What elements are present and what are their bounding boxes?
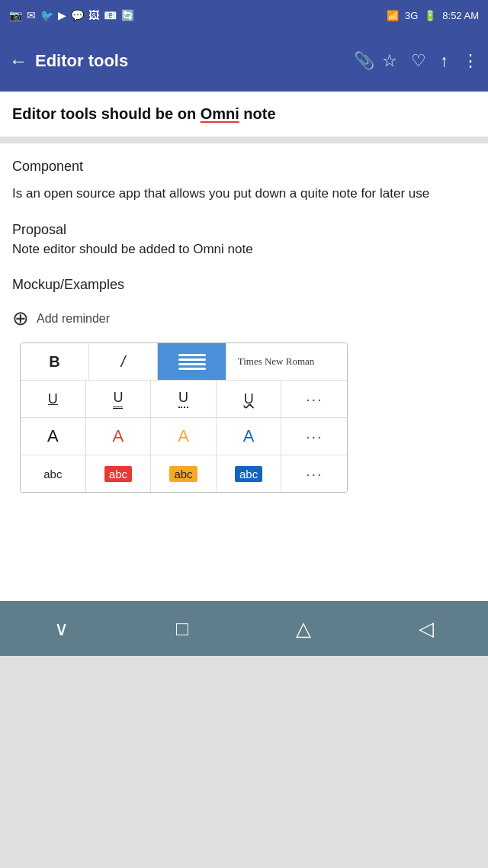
status-icons: 📷 ✉ 🐦 ▶ 💬 🖼 📧 🔄 bbox=[9, 9, 134, 21]
align-line-1 bbox=[178, 354, 206, 356]
font-selector[interactable]: Times New Roman bbox=[226, 343, 326, 380]
highlight-red-button[interactable]: abc bbox=[86, 455, 152, 492]
component-text: Is an open source app that allows you pu… bbox=[12, 184, 476, 204]
proposal-label: Proposal bbox=[12, 222, 476, 238]
note-title-link[interactable]: Omni bbox=[201, 105, 239, 122]
underline-double-icon: U bbox=[113, 390, 123, 409]
proposal-link[interactable]: Omni bbox=[193, 242, 224, 256]
battery-icon: 🔋 bbox=[424, 10, 436, 21]
underline-wavy-button[interactable]: U bbox=[217, 381, 282, 417]
abc-plain-icon: abc bbox=[43, 468, 62, 481]
email-icon: 📧 bbox=[104, 9, 117, 21]
star-button[interactable]: ☆ bbox=[382, 51, 397, 71]
twitter-icon: 🐦 bbox=[40, 9, 53, 21]
align-line-3 bbox=[178, 363, 206, 365]
bold-button[interactable]: B bbox=[21, 343, 89, 380]
text-color-yellow-button[interactable]: A bbox=[151, 418, 217, 455]
highlight-yellow-button[interactable]: abc bbox=[151, 455, 217, 492]
text-color-black-button[interactable]: A bbox=[21, 418, 86, 455]
status-bar: 📷 ✉ 🐦 ▶ 💬 🖼 📧 🔄 📶 3G 🔋 8:52 AM bbox=[0, 0, 488, 31]
align-button[interactable] bbox=[158, 343, 226, 380]
mockup-label: Mockup/Examples bbox=[12, 277, 476, 293]
nav-down-button[interactable]: ∨ bbox=[54, 617, 69, 641]
toolbar-row-3: A A A A ··· bbox=[21, 418, 347, 455]
underline-double-button[interactable]: U bbox=[86, 381, 152, 417]
time-display: 8:52 AM bbox=[442, 10, 479, 21]
back-button[interactable]: ← bbox=[9, 50, 27, 72]
attachment-icon[interactable]: 📎 bbox=[354, 51, 374, 71]
heart-button[interactable]: ♡ bbox=[411, 51, 426, 71]
note-title-text-after: note bbox=[239, 105, 276, 122]
network-type: 3G bbox=[405, 10, 418, 21]
underline-dotted-button[interactable]: U bbox=[151, 381, 217, 417]
note-body: Component Is an open source app that all… bbox=[0, 143, 488, 601]
highlight-none-button[interactable]: abc bbox=[21, 455, 86, 492]
share-button[interactable]: ↑ bbox=[440, 51, 448, 71]
nav-back-button[interactable]: ◁ bbox=[419, 617, 434, 641]
more-menu-button[interactable]: ⋮ bbox=[462, 51, 479, 71]
underline-dotted-icon: U bbox=[178, 390, 188, 408]
note-title-section: Editor tools should be on Omni note bbox=[0, 92, 488, 137]
reminder-text[interactable]: Add reminder bbox=[37, 312, 110, 326]
signal-icon: 📶 bbox=[387, 10, 399, 21]
abc-blue-icon: abc bbox=[235, 466, 262, 482]
align-line-4 bbox=[178, 368, 206, 370]
note-title: Editor tools should be on Omni note bbox=[12, 105, 476, 123]
underline-wavy-icon: U bbox=[244, 391, 254, 407]
nav-home-button[interactable]: △ bbox=[296, 617, 311, 641]
highlight-more-button[interactable]: ··· bbox=[281, 455, 347, 492]
a-black-icon: A bbox=[47, 426, 59, 446]
proposal-text-before: Note editor should be added to bbox=[12, 242, 193, 256]
a-red-icon: A bbox=[113, 426, 124, 446]
app-bar-title: Editor tools bbox=[35, 51, 343, 71]
italic-button[interactable]: / bbox=[89, 343, 158, 380]
whatsapp-icon: 💬 bbox=[71, 9, 84, 21]
reminder-icon[interactable]: ⊕ bbox=[12, 307, 29, 330]
gmail-icon: ✉ bbox=[27, 9, 36, 21]
a-yellow-icon: A bbox=[178, 426, 189, 446]
abc-yellow-icon: abc bbox=[169, 466, 197, 482]
highlight-blue-button[interactable]: abc bbox=[217, 455, 282, 492]
app-bar: ← Editor tools 📎 ☆ ♡ ↑ ⋮ bbox=[0, 31, 488, 92]
editor-toolbar: B / Times New Roman U U U bbox=[20, 342, 348, 493]
text-color-red-button[interactable]: A bbox=[86, 418, 152, 455]
toolbar-row-1: B / Times New Roman bbox=[21, 343, 347, 381]
reminder-row: ⊕ Add reminder bbox=[12, 307, 476, 330]
toolbar-row-4: abc abc abc abc ··· bbox=[21, 455, 347, 492]
align-line-2 bbox=[178, 358, 206, 361]
underline-normal-button[interactable]: U bbox=[21, 381, 86, 417]
a-blue-icon: A bbox=[243, 426, 255, 446]
nav-recents-button[interactable]: □ bbox=[176, 617, 188, 641]
bottom-nav: ∨ □ △ ◁ bbox=[0, 601, 488, 656]
abc-red-icon: abc bbox=[104, 466, 132, 482]
underline-normal-icon: U bbox=[48, 391, 58, 407]
underline-more-button[interactable]: ··· bbox=[281, 381, 347, 417]
text-color-blue-button[interactable]: A bbox=[217, 418, 282, 455]
app-bar-actions: ☆ ♡ ↑ ⋮ bbox=[382, 51, 479, 71]
note-title-text-before: Editor tools should be on bbox=[12, 105, 201, 122]
toolbar-row-2: U U U U ··· bbox=[21, 381, 347, 418]
status-right: 📶 3G 🔋 8:52 AM bbox=[387, 10, 479, 21]
component-label: Component bbox=[12, 159, 476, 175]
proposal-text-after: note bbox=[224, 242, 253, 256]
image-icon: 🖼 bbox=[88, 9, 99, 21]
refresh-icon: 🔄 bbox=[121, 9, 134, 21]
text-color-more-button[interactable]: ··· bbox=[281, 418, 347, 455]
proposal-text: Note editor should be added to Omni note bbox=[12, 240, 476, 259]
align-icon bbox=[178, 354, 206, 370]
youtube-icon: ▶ bbox=[58, 9, 66, 21]
instagram-icon: 📷 bbox=[9, 9, 22, 21]
